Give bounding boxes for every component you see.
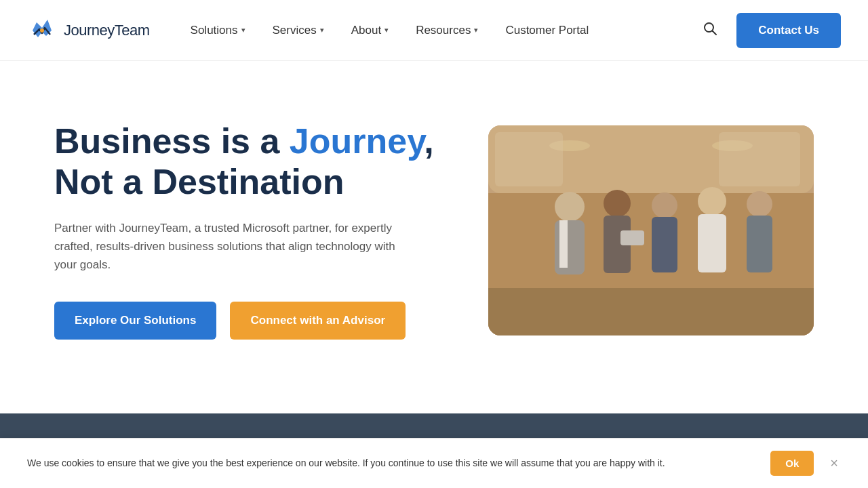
- logo-text: JourneyTeam: [64, 22, 150, 39]
- logo[interactable]: JourneyTeam: [27, 16, 150, 45]
- hero-content: Business is a Journey,Not a Destination …: [54, 121, 461, 339]
- hero-image: [488, 125, 814, 336]
- cookie-banner: We use cookies to ensure that we give yo…: [0, 438, 868, 488]
- nav-customer-portal[interactable]: Customer Portal: [492, 18, 602, 43]
- hero-title: Business is a Journey,Not a Destination: [54, 121, 461, 203]
- about-chevron-icon: ▾: [384, 26, 389, 35]
- nav-solutions[interactable]: Solutions ▾: [177, 18, 259, 43]
- nav-resources[interactable]: Resources ▾: [402, 18, 492, 43]
- hero-title-highlight: Journey: [290, 121, 424, 161]
- hero-illustration: [488, 125, 814, 336]
- services-chevron-icon: ▾: [320, 26, 324, 35]
- nav-links: Solutions ▾ Services ▾ About ▾ Resources…: [177, 18, 698, 43]
- navbar: JourneyTeam Solutions ▾ Services ▾ About…: [0, 0, 868, 61]
- hero-subtitle: Partner with JourneyTeam, a trusted Micr…: [54, 219, 407, 274]
- nav-services[interactable]: Services ▾: [259, 18, 338, 43]
- svg-point-1: [40, 28, 44, 33]
- resources-chevron-icon: ▾: [474, 26, 478, 35]
- hero-title-prefix: Business is a: [54, 121, 290, 161]
- search-icon: [703, 21, 717, 36]
- nav-right: Contact Us: [697, 13, 841, 48]
- explore-solutions-button[interactable]: Explore Our Solutions: [54, 302, 216, 340]
- logo-icon: [27, 16, 57, 45]
- hero-buttons: Explore Our Solutions Connect with an Ad…: [54, 302, 461, 340]
- solutions-chevron-icon: ▾: [241, 26, 245, 35]
- connect-advisor-button[interactable]: Connect with an Advisor: [230, 302, 406, 340]
- cookie-close-button[interactable]: ×: [827, 455, 841, 471]
- nav-about[interactable]: About ▾: [338, 18, 402, 43]
- cookie-text: We use cookies to ensure that we give yo…: [27, 456, 757, 470]
- hero-section: Business is a Journey,Not a Destination …: [0, 61, 868, 413]
- cookie-ok-button[interactable]: Ok: [770, 451, 814, 476]
- svg-line-3: [713, 31, 717, 35]
- search-button[interactable]: [697, 16, 723, 45]
- contact-us-button[interactable]: Contact Us: [736, 13, 841, 48]
- svg-rect-24: [488, 125, 814, 336]
